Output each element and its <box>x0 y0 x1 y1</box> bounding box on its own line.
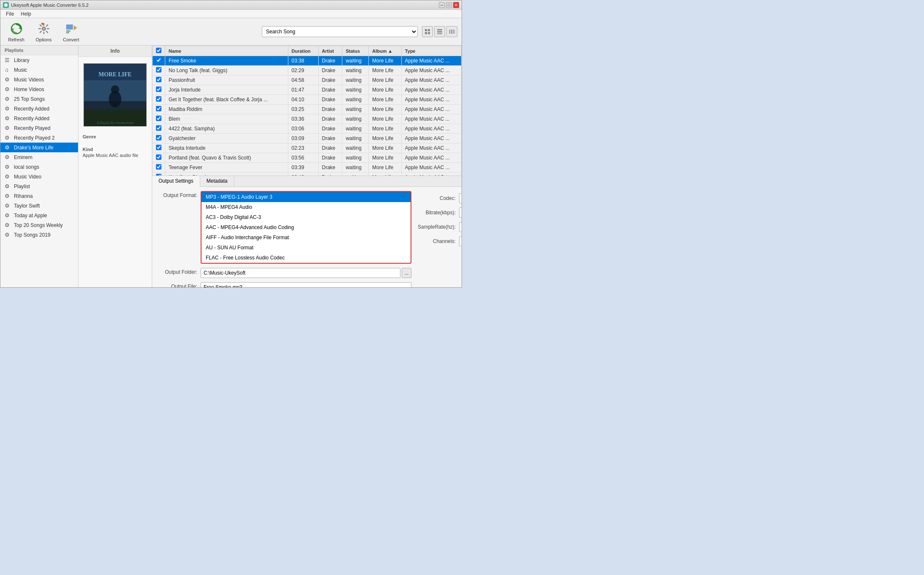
svg-marker-8 <box>74 25 77 30</box>
sidebar-item-recently-played-2[interactable]: ⚙ Recently Played 2 <box>0 133 78 143</box>
row-checkbox[interactable] <box>156 145 161 150</box>
channels-select[interactable]: 2 <box>459 236 462 246</box>
select-all-checkbox[interactable] <box>156 48 161 53</box>
format-option-m4a[interactable]: M4A - MPEG4 Audio <box>201 202 411 212</box>
svg-rect-20 <box>453 30 454 34</box>
tab-output-settings[interactable]: Output Settings <box>152 176 200 187</box>
format-option-mp3[interactable]: MP3 - MPEG-1 Audio Layer 3 <box>201 192 411 202</box>
row-checkbox[interactable] <box>156 125 161 131</box>
row-checkbox[interactable] <box>156 135 161 140</box>
table-row[interactable]: 4422 (feat. Sampha) 03:06 Drake waiting … <box>153 124 462 134</box>
tab-bar: Output Settings Metadata <box>152 176 462 187</box>
sidebar-item-rihanna[interactable]: ⚙ Rihanna <box>0 191 78 201</box>
row-checkbox[interactable] <box>156 67 161 73</box>
table-row[interactable]: Passionfruit 04:58 Drake waiting More Li… <box>153 76 462 85</box>
minimize-button[interactable]: ─ <box>439 2 445 8</box>
svg-rect-18 <box>449 30 450 34</box>
row-checkbox[interactable] <box>156 164 161 170</box>
table-row[interactable]: Portland (feat. Quavo & Travis Scott) 03… <box>153 153 462 163</box>
close-button[interactable]: ✕ <box>453 2 459 8</box>
bottom-panel: Output Settings Metadata Output Format: <box>152 175 462 287</box>
row-name: Get It Together (feat. Black Coffee & Jo… <box>165 95 288 105</box>
view-btn-3[interactable] <box>446 26 457 37</box>
row-checkbox-cell <box>153 153 165 163</box>
channels-row: Channels: 2 <box>418 236 462 246</box>
codec-select[interactable]: mp3 <box>459 193 462 203</box>
row-duration: 03:39 <box>288 163 318 173</box>
row-checkbox[interactable] <box>156 86 161 92</box>
sidebar-item-taylor-swift[interactable]: ⚙ Taylor Swift <box>0 201 78 211</box>
convert-button[interactable]: Convert <box>59 20 83 43</box>
file-input[interactable] <box>201 282 411 287</box>
sidebar-item-today-at-apple[interactable]: ⚙ Today at Apple <box>0 211 78 220</box>
table-row[interactable]: Jorja Interlude 01:47 Drake waiting More… <box>153 85 462 95</box>
sidebar-item-music-video-label: Music Video <box>14 174 41 180</box>
sidebar-item-top-20-songs-weekly[interactable]: ⚙ Top 20 Songs Weekly <box>0 220 78 230</box>
sidebar-item-top-20-label: Top 20 Songs Weekly <box>14 222 63 228</box>
view-btn-2[interactable] <box>434 26 445 37</box>
browse-button[interactable]: ... <box>402 268 411 278</box>
view-buttons <box>422 26 457 37</box>
row-checkbox[interactable] <box>156 96 161 102</box>
sidebar-item-music[interactable]: ♫ Music <box>0 65 78 75</box>
format-option-aiff[interactable]: AIFF - Audio Interchange File Format <box>201 232 411 243</box>
sidebar-item-recently-added[interactable]: ⚙ Recently Added <box>0 104 78 113</box>
row-checkbox[interactable] <box>156 57 161 63</box>
row-checkbox[interactable] <box>156 77 161 82</box>
bitrate-select[interactable]: 320 <box>459 208 462 218</box>
sidebar-item-music-videos[interactable]: ⚙ Music Videos <box>0 75 78 84</box>
view-btn-1[interactable] <box>422 26 433 37</box>
row-checkbox[interactable] <box>156 154 161 160</box>
table-row[interactable]: Blem 03:36 Drake waiting More Life Apple… <box>153 114 462 124</box>
table-row[interactable]: Gyalchester 03:09 Drake waiting More Lif… <box>153 134 462 143</box>
row-type: Apple Music AAC ... <box>401 153 461 163</box>
table-row[interactable]: Kmt (feat. Giggs) 02:42 Drake waiting Mo… <box>153 173 462 176</box>
sidebar-item-local-songs[interactable]: ⚙ local songs <box>0 162 78 172</box>
table-row[interactable]: Teenage Fever 03:39 Drake waiting More L… <box>153 163 462 173</box>
sidebar-item-eminem[interactable]: ⚙ Eminem <box>0 152 78 162</box>
music-videos-icon: ⚙ <box>5 76 11 83</box>
sidebar-item-home-videos[interactable]: ⚙ Home Videos <box>0 84 78 94</box>
row-duration: 04:10 <box>288 95 318 105</box>
refresh-button[interactable]: Refresh <box>5 20 28 43</box>
bitrate-row: Bitrate(kbps): 320 <box>418 208 462 218</box>
genre-label: Genre <box>83 134 148 139</box>
row-checkbox-cell <box>153 95 165 105</box>
row-checkbox[interactable] <box>156 106 161 111</box>
album-art-svg: MORE LIFE A Playlist By October Firm <box>84 63 146 127</box>
table-row[interactable]: Free Smoke 03:38 Drake waiting More Life… <box>153 56 462 66</box>
row-artist: Drake <box>318 134 342 143</box>
maximize-button[interactable]: □ <box>446 2 452 8</box>
sidebar-item-top-songs-2019[interactable]: ⚙ Top Songs 2019 <box>0 230 78 240</box>
menu-help[interactable]: Help <box>17 10 35 18</box>
row-checkbox[interactable] <box>156 116 161 121</box>
row-artist: Drake <box>318 143 342 153</box>
samplerate-row: SampleRate(hz): 48000 <box>418 222 462 232</box>
sidebar-item-music-video[interactable]: ⚙ Music Video <box>0 172 78 181</box>
tab-metadata[interactable]: Metadata <box>200 176 234 186</box>
format-option-aac[interactable]: AAC - MPEG4-Advanced Audio Coding <box>201 222 411 232</box>
format-option-ac3[interactable]: AC3 - Dolby Digital AC-3 <box>201 212 411 222</box>
table-row[interactable]: Madiba Riddim 03:25 Drake waiting More L… <box>153 105 462 114</box>
table-row[interactable]: No Long Talk (feat. Giggs) 02:29 Drake w… <box>153 66 462 76</box>
menu-file[interactable]: File <box>3 10 17 18</box>
table-row[interactable]: Skepta Interlude 02:23 Drake waiting Mor… <box>153 143 462 153</box>
table-row[interactable]: Get It Together (feat. Black Coffee & Jo… <box>153 95 462 105</box>
format-option-flac[interactable]: FLAC - Free Lossless Audio Codec <box>201 253 411 263</box>
search-input[interactable]: Search Song <box>262 26 418 37</box>
genre-section: Genre <box>78 131 152 143</box>
sidebar-item-recently-added-2[interactable]: ⚙ Recently Added <box>0 113 78 123</box>
sidebar-item-drakes-more-life[interactable]: ⚙ Drake's More Life <box>0 143 78 152</box>
folder-input[interactable] <box>201 268 400 278</box>
main-content: Playlists ☰ Library ♫ Music ⚙ Music Vide… <box>0 46 462 287</box>
sidebar-item-recently-played[interactable]: ⚙ Recently Played <box>0 123 78 133</box>
format-option-au[interactable]: AU - SUN AU Format <box>201 243 411 253</box>
library-icon: ☰ <box>5 57 11 63</box>
sidebar-item-library[interactable]: ☰ Library <box>0 55 78 65</box>
folder-label: Output Folder: <box>156 268 201 275</box>
sidebar-item-25-top-songs[interactable]: ⚙ 25 Top Songs <box>0 94 78 104</box>
options-button[interactable]: Options <box>32 20 55 43</box>
sidebar-item-playlist[interactable]: ⚙ Playlist <box>0 181 78 191</box>
svg-text:MORE LIFE: MORE LIFE <box>99 71 132 78</box>
samplerate-select[interactable]: 48000 <box>459 222 462 232</box>
